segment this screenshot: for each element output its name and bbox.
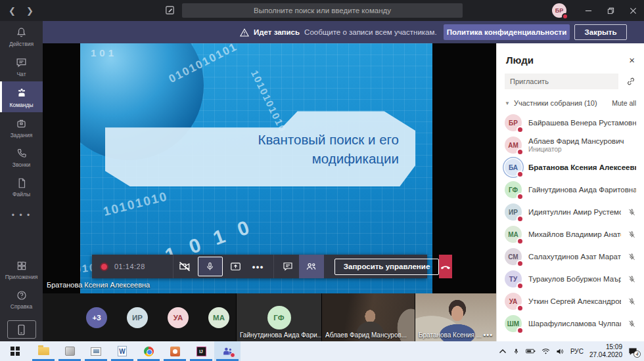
- sidebar-item-help[interactable]: Справка: [0, 284, 43, 314]
- participant-row[interactable]: ГФ Гайнутдинова Аида Фаритовна: [497, 179, 644, 201]
- status-busy-dot: [517, 238, 524, 245]
- restore-button[interactable]: [599, 0, 622, 21]
- battery-icon[interactable]: [526, 348, 536, 354]
- sidebar-item-apps[interactable]: Приложения: [0, 255, 43, 284]
- participant-row[interactable]: ИР Идиятуллин Амир Рустемо...: [497, 201, 644, 223]
- participant-video-tile[interactable]: Братанова Ксения ... •••: [415, 293, 496, 341]
- sidebar-more-button[interactable]: • • •: [0, 202, 43, 229]
- teams-app-icon: [221, 346, 233, 356]
- participant-filmstrip: +3 ИР УА МА ГФ Гайнутдинова Аида Фари...…: [43, 293, 496, 341]
- participant-chip[interactable]: МА: [208, 307, 229, 328]
- chat-bubble-icon: [282, 261, 294, 272]
- mic-off-icon[interactable]: [628, 230, 636, 239]
- get-mobile-app-button[interactable]: [7, 320, 36, 339]
- participant-name: Михайлов Владимир Анато...: [528, 230, 621, 239]
- mic-off-icon[interactable]: [628, 275, 636, 284]
- sidebar-item-files[interactable]: Файлы: [0, 172, 43, 202]
- status-busy-dot: [517, 260, 524, 267]
- more-options-button[interactable]: •••: [247, 255, 269, 278]
- chat-toggle-button[interactable]: [277, 255, 299, 278]
- user-avatar[interactable]: БР: [552, 3, 566, 18]
- close-window-button[interactable]: [622, 0, 644, 21]
- people-panel-close-button[interactable]: ×: [629, 55, 635, 65]
- mic-off-icon[interactable]: [628, 320, 636, 328]
- participant-row[interactable]: БР Байрашева Венера Рустамовна: [497, 112, 644, 134]
- taskbar-clock[interactable]: 15:09 27.04.2020: [589, 343, 622, 359]
- warning-icon: [240, 28, 249, 37]
- mic-off-icon[interactable]: [628, 208, 636, 217]
- taskbar-powerpoint[interactable]: [162, 341, 188, 361]
- participant-tile-label: Братанова Ксения ...: [419, 331, 482, 339]
- powerpoint-icon: [170, 347, 180, 356]
- search-input[interactable]: [182, 3, 463, 18]
- request-control-button[interactable]: Запросить управление: [334, 259, 439, 275]
- participant-chip[interactable]: ИР: [127, 307, 148, 328]
- participant-name: Шарафулисламова Чулпан ...: [528, 319, 621, 328]
- participant-row[interactable]: АМ Аблаев Фарид Мансурович Инициатор: [497, 134, 644, 156]
- back-icon[interactable]: ❮: [9, 6, 16, 16]
- participant-row[interactable]: ШМ Шарафулисламова Чулпан ...: [497, 312, 644, 335]
- start-button[interactable]: [0, 341, 30, 361]
- minimize-button[interactable]: [577, 0, 599, 21]
- participant-row[interactable]: УА Уткин Сергей Александров...: [497, 290, 644, 312]
- hang-up-button[interactable]: [439, 255, 452, 278]
- tray-mic-icon[interactable]: [513, 347, 520, 356]
- participant-row[interactable]: БА Братанова Ксения Алексеевна: [497, 156, 644, 179]
- recording-banner-title: Идет запись: [254, 28, 300, 36]
- language-indicator[interactable]: РУС: [570, 348, 584, 355]
- taskbar-chrome[interactable]: [135, 341, 162, 361]
- compose-icon[interactable]: [164, 5, 175, 16]
- sidebar-item-chat[interactable]: Чат: [0, 51, 43, 81]
- mic-button[interactable]: [198, 257, 223, 276]
- copy-invite-link-icon[interactable]: [626, 76, 636, 87]
- invite-input[interactable]: [505, 74, 618, 89]
- taskbar-intellij[interactable]: IJ: [188, 341, 214, 361]
- sidebar-item-teams[interactable]: Команды: [0, 81, 43, 112]
- tray-chevron-icon[interactable]: [499, 349, 507, 354]
- sidebar-item-calls[interactable]: Звонки: [0, 142, 43, 172]
- sidebar-item-activity[interactable]: Действия: [0, 21, 43, 51]
- participant-row[interactable]: МА Михайлов Владимир Анато...: [497, 223, 644, 245]
- share-screen-button[interactable]: [225, 255, 247, 278]
- people-toggle-button[interactable]: [299, 255, 324, 278]
- participant-initials: БА: [509, 164, 518, 171]
- notification-center-button[interactable]: 4: [628, 347, 637, 356]
- collapsed-participants-tile[interactable]: +3 ИР УА МА: [43, 293, 236, 341]
- taskbar-app-3[interactable]: [83, 341, 109, 361]
- participant-initials: ШМ: [507, 320, 519, 328]
- taskbar-file-explorer[interactable]: [30, 341, 57, 361]
- participant-avatar: МА: [505, 226, 522, 243]
- mic-off-icon[interactable]: [628, 253, 636, 261]
- overflow-badge[interactable]: +3: [86, 307, 107, 328]
- participant-avatar: ШМ: [505, 315, 522, 332]
- taskbar-teams[interactable]: [214, 341, 241, 361]
- participant-chip[interactable]: УА: [168, 307, 189, 328]
- participant-video-tile[interactable]: Аблаев Фарид Мансуров...: [322, 293, 415, 341]
- participant-row[interactable]: ТУ Туракулов Бобуржон Маър...: [497, 268, 644, 290]
- camera-off-button[interactable]: [173, 255, 196, 278]
- participant-row[interactable]: СМ Салахутдинов Азат Марато...: [497, 245, 644, 268]
- sidebar-item-assignments[interactable]: Задания: [0, 112, 43, 142]
- speaker-icon[interactable]: [556, 348, 564, 355]
- participant-tile[interactable]: ГФ Гайнутдинова Аида Фари...: [237, 293, 321, 341]
- participants-section-header[interactable]: ▼ Участники собрания (10) Mute all: [497, 89, 644, 112]
- taskbar-word[interactable]: W: [109, 341, 135, 361]
- app-rail: Действия Чат Команды Задания Звонки Файл…: [0, 21, 43, 341]
- intellij-icon: IJ: [196, 347, 206, 356]
- presenter-name-label: Братанова Ксения Алексеевна: [47, 281, 150, 289]
- banner-close-button[interactable]: Закрыть: [574, 24, 627, 40]
- mute-all-button[interactable]: Mute all: [612, 99, 636, 107]
- tile-more-options-icon[interactable]: •••: [483, 331, 493, 339]
- wifi-icon[interactable]: [541, 348, 550, 354]
- notification-badge: 4: [633, 350, 641, 358]
- status-busy-dot: [562, 13, 568, 20]
- forward-icon[interactable]: ❯: [26, 6, 34, 16]
- chrome-icon: [144, 347, 154, 356]
- participant-text: Шарафулисламова Чулпан ...: [528, 319, 621, 328]
- privacy-policy-button[interactable]: Политика конфиденциальности: [444, 24, 570, 40]
- mic-off-icon[interactable]: [628, 297, 636, 306]
- participant-name: Гайнутдинова Аида Фаритовна: [528, 185, 636, 194]
- taskbar-app-2[interactable]: [57, 341, 83, 361]
- people-panel: Люди × ▼ Участники собрания (10) Mute al…: [496, 43, 644, 341]
- windows-start-icon: [11, 347, 20, 356]
